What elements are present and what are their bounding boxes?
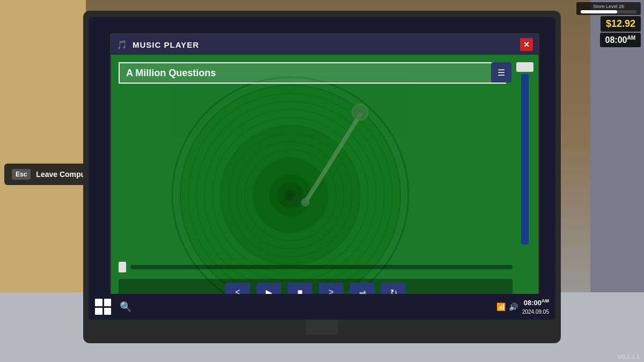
wall-right: [590, 0, 644, 343]
song-title-bar: A Million Questions: [119, 62, 506, 84]
version-label: V0.2.1.1: [618, 353, 640, 360]
music-note-icon: 🎵: [116, 40, 127, 50]
song-title: A Million Questions: [126, 68, 216, 79]
window-titlebar: 🎵 MUSIC PLAYER ✕: [111, 34, 538, 55]
time-value: 08:00: [605, 35, 627, 45]
music-content-area: A Million Questions ☰ < ▶: [111, 55, 538, 311]
level-progress-bar: [581, 10, 636, 13]
search-icon[interactable]: 🔍: [120, 301, 131, 313]
money-display: $12.92: [601, 16, 641, 32]
progress-handle[interactable]: [119, 262, 126, 272]
music-player-window: 🎵 MUSIC PLAYER ✕: [110, 33, 539, 312]
taskbar-left: 🔍: [95, 299, 131, 315]
taskbar-right: 📶 🔊 08:00AM 2024.09.05: [496, 298, 549, 315]
svg-point-17: [352, 104, 368, 120]
taskbar: 🔍 📶 🔊 08:00AM 2024.09.05: [89, 294, 555, 320]
taskbar-date: 2024.09.05: [522, 308, 549, 315]
start-button[interactable]: [95, 299, 111, 315]
time-display: 08:00AM: [600, 33, 641, 47]
store-level-label: Store Level 26: [593, 4, 624, 9]
taskbar-clock: 08:00AM 2024.09.05: [522, 298, 549, 315]
monitor-outer: 🎵 MUSIC PLAYER ✕: [83, 11, 561, 343]
level-progress-fill: [581, 10, 617, 13]
taskbar-icons: 📶 🔊: [496, 302, 518, 311]
svg-point-18: [301, 198, 310, 206]
vinyl-record: [167, 72, 414, 311]
sound-icon: 🔊: [509, 302, 518, 311]
svg-point-15: [288, 193, 293, 198]
monitor-stand-base: [279, 335, 365, 343]
taskbar-time-value: 08:00AM: [522, 298, 549, 308]
volume-handle[interactable]: [516, 62, 533, 72]
taskbar-time-text: 08:00: [524, 299, 541, 307]
close-button[interactable]: ✕: [520, 38, 533, 51]
progress-bar-area[interactable]: [119, 261, 513, 274]
progress-track: [130, 265, 513, 269]
esc-key-badge: Esc: [12, 169, 31, 180]
volume-slider-area[interactable]: [516, 62, 534, 245]
window-title: MUSIC PLAYER: [133, 40, 515, 49]
volume-track: [521, 74, 529, 245]
wifi-icon: 📶: [496, 302, 506, 311]
playlist-button[interactable]: ☰: [491, 62, 511, 83]
time-ampm: AM: [627, 35, 635, 41]
taskbar-ampm: AM: [541, 298, 549, 304]
store-level-bar: Store Level 26: [576, 2, 641, 15]
top-hud: Store Level 26 $12.92 08:00AM: [573, 0, 644, 49]
monitor-screen: 🎵 MUSIC PLAYER ✕: [89, 17, 555, 320]
monitor-stand-neck: [306, 320, 338, 335]
